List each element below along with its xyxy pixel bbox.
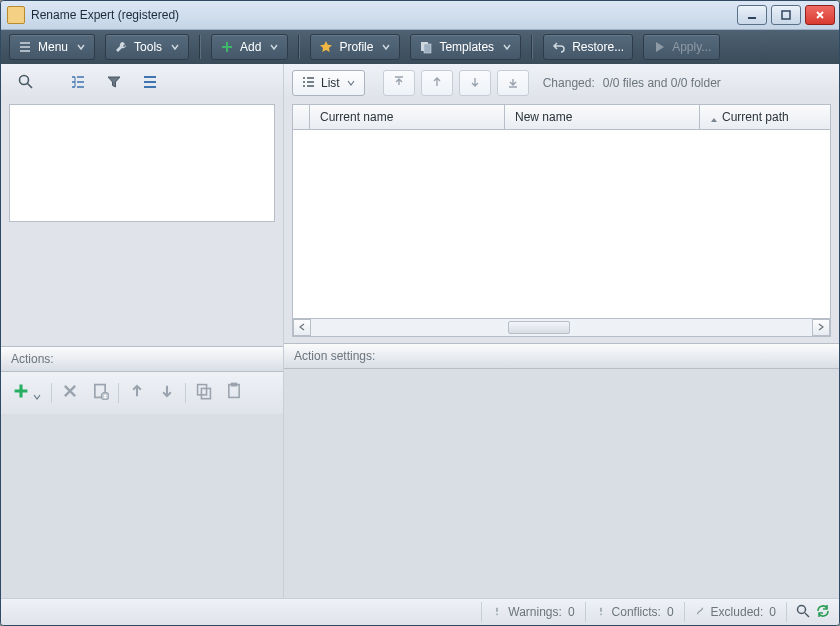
restore-button[interactable]: Restore... xyxy=(543,34,633,60)
svg-rect-1 xyxy=(782,11,790,19)
paste-icon xyxy=(225,382,243,403)
col-new-name[interactable]: New name xyxy=(505,105,700,129)
tree-icon xyxy=(69,73,87,94)
source-tree[interactable] xyxy=(9,104,275,222)
excluded-icon xyxy=(695,605,705,619)
col-current-path-label: Current path xyxy=(722,110,789,124)
play-icon xyxy=(652,40,666,54)
move-up-button[interactable] xyxy=(123,380,151,406)
restore-label: Restore... xyxy=(572,40,624,54)
clear-actions-button[interactable] xyxy=(86,380,114,406)
changed-label: Changed: xyxy=(543,76,595,90)
go-top-button[interactable] xyxy=(383,70,415,96)
apply-button[interactable]: Apply... xyxy=(643,34,720,60)
file-list: Current name New name Current path xyxy=(292,104,831,337)
arrow-down-icon xyxy=(158,382,176,403)
actions-header: Actions: xyxy=(1,346,283,372)
conflicts-value: 0 xyxy=(667,605,674,619)
action-settings-body[interactable] xyxy=(284,369,839,600)
plus-icon xyxy=(12,382,30,403)
svg-line-5 xyxy=(28,83,33,88)
status-conflicts[interactable]: Conflicts: 0 xyxy=(585,602,684,622)
close-button[interactable] xyxy=(805,5,835,25)
add-button[interactable]: Add xyxy=(211,34,288,60)
view-mode-button[interactable]: List xyxy=(292,70,365,96)
go-down-button[interactable] xyxy=(459,70,491,96)
file-list-body[interactable] xyxy=(293,130,830,318)
status-excluded[interactable]: Excluded: 0 xyxy=(684,602,786,622)
warning-icon xyxy=(492,605,502,619)
toolbar-separator xyxy=(199,35,201,59)
search-button[interactable] xyxy=(9,69,43,97)
scroll-right-button[interactable] xyxy=(812,319,830,336)
go-up-button[interactable] xyxy=(421,70,453,96)
svg-point-13 xyxy=(600,614,602,616)
minimize-button[interactable] xyxy=(737,5,767,25)
svg-rect-3 xyxy=(424,44,431,53)
tools-button[interactable]: Tools xyxy=(105,34,189,60)
filter-button[interactable] xyxy=(97,69,131,97)
actions-label: Actions: xyxy=(11,352,54,366)
add-action-button[interactable] xyxy=(7,380,47,406)
svg-point-14 xyxy=(798,605,806,613)
list-icon xyxy=(141,73,159,94)
col-new-name-label: New name xyxy=(515,110,572,124)
svg-point-4 xyxy=(20,75,29,84)
statusbar: Warnings: 0 Conflicts: 0 Excluded: 0 xyxy=(1,598,839,625)
go-bottom-button[interactable] xyxy=(497,70,529,96)
chevron-down-icon xyxy=(502,42,512,52)
status-warnings[interactable]: Warnings: 0 xyxy=(481,602,584,622)
list-toolbar: List Changed: 0/0 files and 0/0 folder xyxy=(284,64,839,98)
main-toolbar: Menu Tools Add Profile Templates Re xyxy=(1,30,839,65)
clipboard-delete-icon xyxy=(91,382,109,403)
excluded-value: 0 xyxy=(769,605,776,619)
add-label: Add xyxy=(240,40,261,54)
change-status: Changed: 0/0 files and 0/0 folder xyxy=(543,76,721,90)
templates-icon xyxy=(419,40,433,54)
app-window: Rename Expert (registered) Menu Tools xyxy=(0,0,840,626)
scroll-thumb[interactable] xyxy=(508,321,570,334)
maximize-button[interactable] xyxy=(771,5,801,25)
window-title: Rename Expert (registered) xyxy=(31,8,179,22)
col-current-name[interactable]: Current name xyxy=(310,105,505,129)
toolbar-separator xyxy=(298,35,300,59)
chevron-down-icon xyxy=(170,42,180,52)
warnings-label: Warnings: xyxy=(508,605,562,619)
plus-icon xyxy=(220,40,234,54)
refresh-button[interactable] xyxy=(815,603,831,622)
conflict-icon xyxy=(596,605,606,619)
column-headers: Current name New name Current path xyxy=(293,105,830,130)
wrench-icon xyxy=(114,40,128,54)
paste-action-button[interactable] xyxy=(220,380,248,406)
col-selector[interactable] xyxy=(293,105,310,129)
remove-action-button[interactable] xyxy=(56,380,84,406)
chevron-down-icon xyxy=(381,42,391,52)
copy-icon xyxy=(195,382,213,403)
apply-label: Apply... xyxy=(672,40,711,54)
scroll-left-button[interactable] xyxy=(293,319,311,336)
actions-toolbar xyxy=(1,372,283,414)
list-view-icon xyxy=(301,75,315,92)
find-button[interactable] xyxy=(795,603,811,622)
delete-icon xyxy=(61,382,79,403)
chevron-down-icon xyxy=(76,42,86,52)
templates-button[interactable]: Templates xyxy=(410,34,521,60)
copy-action-button[interactable] xyxy=(190,380,218,406)
svg-line-15 xyxy=(805,613,809,617)
col-current-path[interactable]: Current path xyxy=(700,105,830,129)
excluded-label: Excluded: xyxy=(711,605,764,619)
list-button[interactable] xyxy=(133,69,167,97)
profile-button[interactable]: Profile xyxy=(310,34,400,60)
move-down-button[interactable] xyxy=(153,380,181,406)
filter-icon xyxy=(105,73,123,94)
svg-rect-11 xyxy=(231,383,236,386)
profile-label: Profile xyxy=(339,40,373,54)
left-pane: Actions: xyxy=(1,64,284,599)
actions-list[interactable] xyxy=(1,414,283,599)
double-arrow-down-icon xyxy=(506,75,520,92)
separator xyxy=(51,383,52,403)
menu-button[interactable]: Menu xyxy=(9,34,95,60)
templates-label: Templates xyxy=(439,40,494,54)
tree-view-button[interactable] xyxy=(61,69,95,97)
horizontal-scrollbar[interactable] xyxy=(293,318,830,336)
